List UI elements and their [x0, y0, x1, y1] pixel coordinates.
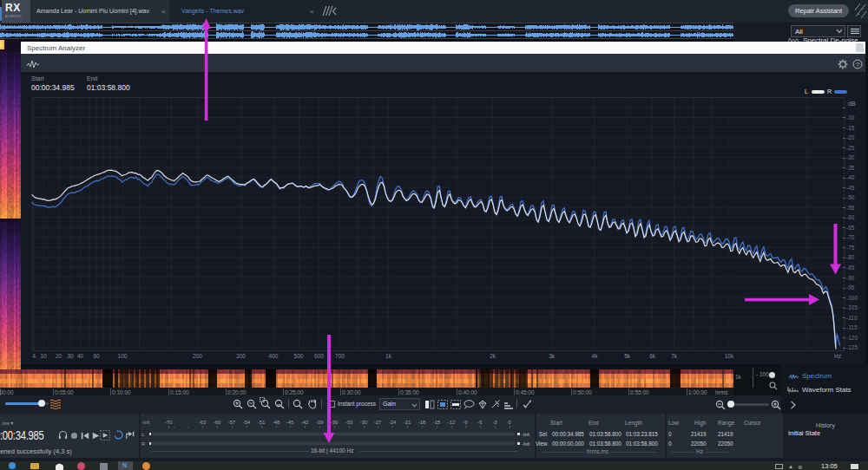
svg-text:..: .. [788, 390, 790, 394]
svg-text:?: ? [856, 61, 859, 69]
